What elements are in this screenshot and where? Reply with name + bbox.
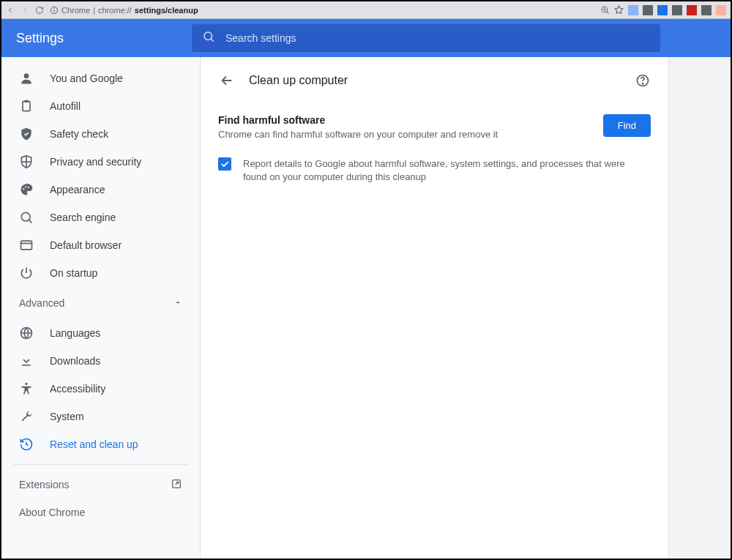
find-harmful-software-row: Find harmful software Chrome can find ha… bbox=[218, 111, 651, 153]
person-icon bbox=[19, 71, 34, 86]
nav-forward-icon[interactable] bbox=[20, 6, 29, 15]
nav-back-icon[interactable] bbox=[6, 6, 15, 15]
browser-window-icon bbox=[19, 238, 34, 253]
svg-rect-1 bbox=[54, 10, 55, 12]
settings-header: Settings bbox=[1, 19, 731, 57]
sidebar: You and Google Autofill Safety check Pri… bbox=[1, 57, 201, 559]
search-icon bbox=[202, 30, 215, 46]
sidebar-item-about-chrome[interactable]: About Chrome bbox=[1, 499, 200, 526]
svg-point-10 bbox=[28, 187, 29, 188]
security-icon bbox=[19, 154, 34, 169]
sidebar-item-label: Languages bbox=[50, 327, 100, 339]
sidebar-item-label: Accessibility bbox=[50, 383, 105, 395]
find-heading: Find harmful software bbox=[218, 114, 498, 126]
content-area: Clean up computer Find harmful software … bbox=[201, 57, 731, 559]
wrench-icon bbox=[19, 409, 34, 424]
svg-rect-14 bbox=[22, 365, 31, 366]
extension-icon[interactable] bbox=[657, 5, 668, 15]
sidebar-item-default-browser[interactable]: Default browser bbox=[1, 231, 200, 259]
restore-icon bbox=[19, 437, 34, 452]
svg-point-9 bbox=[25, 186, 26, 187]
sidebar-item-you-and-google[interactable]: You and Google bbox=[1, 64, 200, 92]
back-button[interactable] bbox=[218, 72, 236, 89]
sidebar-advanced-toggle[interactable]: Advanced bbox=[1, 287, 200, 319]
browser-chrome-bar: Chrome | chrome://settings/cleanup bbox=[1, 1, 731, 19]
download-icon bbox=[19, 354, 34, 368]
address-bar[interactable]: Chrome | chrome://settings/cleanup bbox=[50, 6, 198, 15]
accessibility-icon bbox=[19, 381, 34, 396]
sidebar-item-label: About Chrome bbox=[19, 507, 85, 518]
search-settings-box[interactable] bbox=[192, 24, 660, 52]
app-title: Settings bbox=[16, 31, 192, 46]
find-button[interactable]: Find bbox=[603, 114, 651, 137]
sidebar-item-extensions[interactable]: Extensions bbox=[1, 471, 200, 499]
sidebar-item-languages[interactable]: Languages bbox=[1, 319, 200, 347]
sidebar-item-appearance[interactable]: Appearance bbox=[1, 176, 200, 204]
power-icon bbox=[19, 266, 34, 280]
globe-icon bbox=[19, 326, 34, 340]
sidebar-item-system[interactable]: System bbox=[1, 403, 200, 430]
sidebar-item-label: Autofill bbox=[50, 100, 81, 112]
report-checkbox[interactable] bbox=[218, 157, 231, 171]
sidebar-item-label: Reset and clean up bbox=[50, 438, 138, 450]
bookmark-star-icon[interactable] bbox=[614, 5, 624, 15]
sidebar-item-label: Appearance bbox=[50, 184, 105, 195]
svg-point-8 bbox=[23, 188, 24, 190]
content-card: Clean up computer Find harmful software … bbox=[201, 57, 669, 559]
nav-reload-icon[interactable] bbox=[35, 6, 44, 15]
svg-rect-6 bbox=[23, 101, 30, 111]
svg-point-11 bbox=[21, 212, 30, 221]
svg-point-15 bbox=[25, 383, 27, 385]
svg-rect-2 bbox=[54, 8, 55, 9]
extension-icon[interactable] bbox=[628, 5, 638, 15]
extension-icon[interactable] bbox=[701, 5, 712, 15]
address-host: Chrome bbox=[61, 6, 90, 15]
sidebar-item-label: On startup bbox=[50, 267, 97, 279]
svg-point-5 bbox=[24, 73, 29, 78]
sidebar-item-safety-check[interactable]: Safety check bbox=[1, 120, 200, 148]
profile-avatar-icon[interactable] bbox=[716, 5, 726, 15]
sidebar-item-on-startup[interactable]: On startup bbox=[1, 259, 200, 287]
external-link-icon bbox=[171, 478, 182, 492]
extension-icon[interactable] bbox=[687, 5, 697, 15]
sidebar-item-label: Safety check bbox=[50, 128, 108, 140]
find-description: Chrome can find harmful software on your… bbox=[218, 129, 498, 140]
report-caption: Report details to Google about harmful s… bbox=[243, 157, 651, 184]
help-icon[interactable] bbox=[635, 72, 651, 89]
svg-point-18 bbox=[642, 83, 643, 84]
sidebar-item-label: Downloads bbox=[50, 355, 100, 367]
address-scheme: chrome:// bbox=[98, 6, 132, 15]
sidebar-item-label: Privacy and security bbox=[50, 156, 141, 168]
extension-icon[interactable] bbox=[643, 5, 653, 15]
chevron-up-icon bbox=[173, 297, 182, 309]
shield-check-icon bbox=[19, 127, 34, 141]
sidebar-item-label: Search engine bbox=[50, 212, 116, 223]
sidebar-item-label: Default browser bbox=[50, 239, 122, 251]
sidebar-item-search-engine[interactable]: Search engine bbox=[1, 204, 200, 231]
zoom-icon[interactable] bbox=[600, 5, 610, 15]
sidebar-divider bbox=[13, 464, 188, 465]
sidebar-item-label: Extensions bbox=[19, 479, 69, 490]
search-input[interactable] bbox=[225, 32, 650, 44]
sidebar-item-reset-cleanup[interactable]: Reset and clean up bbox=[1, 430, 200, 458]
sidebar-advanced-label: Advanced bbox=[19, 297, 64, 309]
svg-point-4 bbox=[204, 32, 212, 40]
sidebar-item-accessibility[interactable]: Accessibility bbox=[1, 375, 200, 403]
svg-rect-12 bbox=[21, 241, 32, 250]
site-info-icon[interactable] bbox=[50, 6, 59, 15]
page-title: Clean up computer bbox=[249, 74, 621, 87]
sidebar-item-downloads[interactable]: Downloads bbox=[1, 347, 200, 375]
sidebar-item-label: You and Google bbox=[50, 72, 123, 84]
sidebar-item-privacy-security[interactable]: Privacy and security bbox=[1, 148, 200, 176]
address-path: settings/cleanup bbox=[135, 6, 198, 15]
sidebar-item-autofill[interactable]: Autofill bbox=[1, 92, 200, 120]
report-details-row: Report details to Google about harmful s… bbox=[218, 153, 651, 184]
clipboard-icon bbox=[19, 99, 34, 113]
extension-icon[interactable] bbox=[672, 5, 682, 15]
svg-rect-7 bbox=[25, 100, 29, 102]
search-icon bbox=[19, 210, 34, 225]
palette-icon bbox=[19, 182, 34, 197]
sidebar-item-label: System bbox=[50, 411, 84, 422]
